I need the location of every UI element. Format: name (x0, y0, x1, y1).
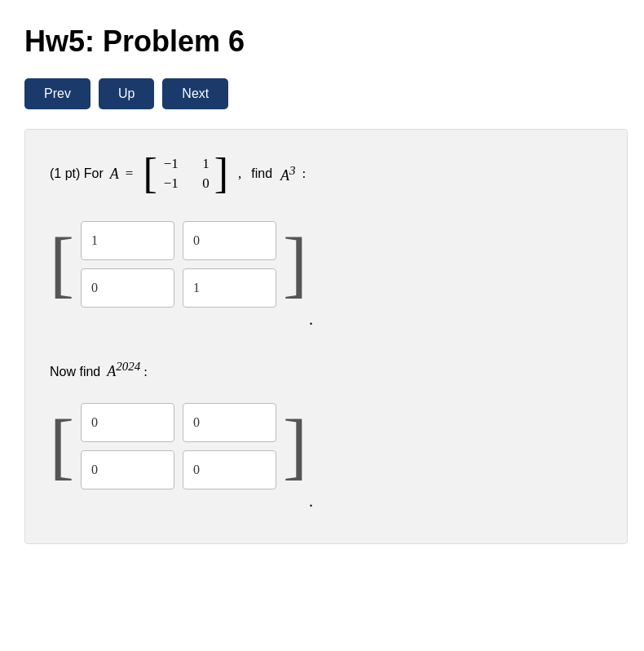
page-title: Hw5: Problem 6 (24, 24, 620, 59)
matrix-A-r2c2: 0 (193, 175, 210, 192)
now-find-section: Now find A2024 : (50, 360, 602, 380)
problem-box: (1 pt) For A = [ −1 1 −1 0 ] , find A3 :… (24, 129, 628, 544)
matrix-A2024-section: [ ] . (50, 400, 602, 517)
period-A2024: . (309, 492, 313, 517)
prev-button[interactable]: Prev (24, 78, 90, 109)
input-A3-r2c2[interactable] (183, 268, 276, 308)
input-A3-r1c2[interactable] (183, 221, 276, 260)
find-expression: A3 (280, 164, 296, 184)
matrix-A2024-container: [ ] (50, 400, 307, 493)
colon1: : (302, 166, 307, 182)
equals-sign: = (126, 166, 134, 182)
now-find-exp: 2024 (116, 360, 140, 373)
matrix-A-r2c1: −1 (162, 175, 179, 192)
bracket-left-A3: [ (50, 228, 74, 301)
find-exp: 3 (289, 164, 296, 177)
comma: , (238, 166, 241, 182)
now-find-expression: A2024 (107, 360, 140, 380)
now-find-text: Now find (50, 365, 100, 379)
matrix-bracket-close: ] (214, 153, 228, 195)
input-A3-r2c1[interactable] (81, 268, 174, 308)
matrix-A3-grid (74, 218, 283, 311)
problem-prefix: (1 pt) For (50, 166, 104, 181)
input-A2024-r2c1[interactable] (81, 450, 174, 489)
problem-statement: (1 pt) For A = [ −1 1 −1 0 ] , find A3 : (50, 153, 602, 195)
var-A: A (110, 166, 119, 183)
matrix-A-display: [ −1 1 −1 0 ] (143, 153, 228, 195)
matrix-A-r1c1: −1 (162, 156, 179, 172)
input-A2024-r2c2[interactable] (183, 450, 276, 489)
matrix-A3-section: [ ] . (50, 218, 602, 335)
next-button[interactable]: Next (162, 78, 228, 109)
nav-buttons: Prev Up Next (24, 78, 620, 109)
period-A3: . (309, 310, 313, 335)
matrix-bracket-open: [ (143, 153, 157, 195)
input-A2024-r1c2[interactable] (183, 403, 276, 442)
colon2: : (143, 364, 148, 380)
bracket-left-A2024: [ (50, 410, 74, 483)
input-A3-r1c1[interactable] (81, 221, 174, 260)
matrix-A-grid: −1 1 −1 0 (157, 153, 214, 195)
bracket-right-A2024: ] (283, 410, 307, 483)
find-text: find (251, 166, 272, 181)
matrix-A2024-grid (74, 400, 283, 493)
up-button[interactable]: Up (99, 78, 154, 109)
bracket-right-A3: ] (283, 228, 307, 301)
matrix-A3-container: [ ] (50, 218, 307, 311)
matrix-A-r1c2: 1 (193, 156, 210, 172)
input-A2024-r1c1[interactable] (81, 403, 174, 442)
